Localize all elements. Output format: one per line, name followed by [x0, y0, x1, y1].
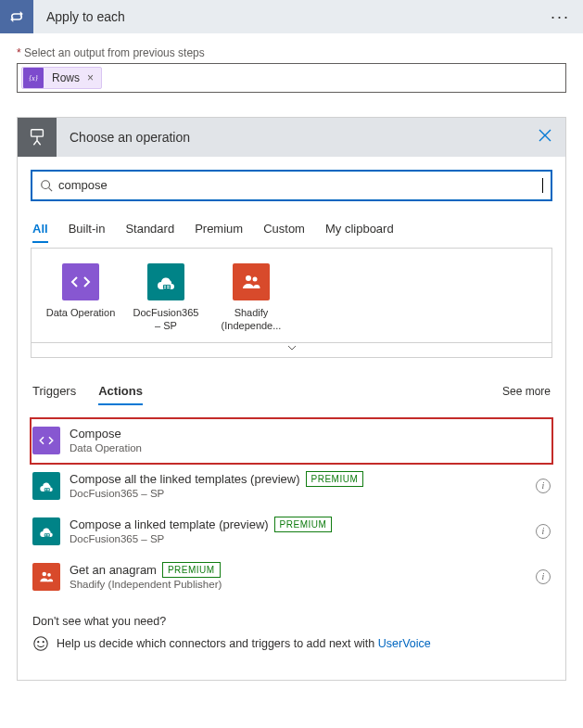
connector-icon: [62, 263, 99, 300]
svg-rect-10: [44, 488, 50, 492]
action-icon: [32, 427, 60, 454]
action-subtitle: Data Operation: [70, 441, 551, 456]
actions-list: ComposeData OperationCompose all the lin…: [31, 418, 552, 600]
remove-token-button[interactable]: ×: [85, 71, 101, 84]
action-title: Compose a linked template (preview)PREMI…: [70, 517, 528, 533]
action-get-an-anagram[interactable]: Get an anagramPREMIUMShadify (Independen…: [31, 555, 552, 600]
action-compose-all-the-linked-templates-preview-[interactable]: Compose all the linked templates (previe…: [31, 464, 552, 509]
output-label: Select an output from previous steps: [17, 46, 566, 59]
action-icon: [32, 472, 60, 500]
more-options-button[interactable]: ···: [538, 7, 583, 27]
connector-name: Data Operation: [44, 306, 117, 319]
sub-tab-triggers[interactable]: Triggers: [32, 378, 76, 405]
action-title: Get an anagramPREMIUM: [70, 562, 528, 579]
uservoice-link[interactable]: UserVoice: [378, 637, 431, 650]
svg-rect-5: [167, 286, 170, 287]
search-value: compose: [58, 178, 543, 193]
svg-point-20: [43, 572, 47, 577]
connector-docfusion365-sp[interactable]: DocFusion365 – SP: [130, 263, 202, 333]
action-compose-a-linked-template-preview-[interactable]: Compose a linked template (preview)PREMI…: [31, 509, 552, 555]
action-subtitle: DocFusion365 – SP: [70, 487, 528, 502]
category-tab-all[interactable]: All: [32, 216, 48, 243]
action-text: ComposeData Operation: [60, 426, 551, 456]
action-text: Compose a linked template (preview)PREMI…: [60, 517, 528, 547]
svg-rect-19: [47, 536, 49, 537]
token-label: Rows: [44, 71, 85, 84]
loop-icon: [0, 0, 33, 33]
header-title: Apply to each: [33, 9, 538, 24]
connector-shadify-independe-[interactable]: Shadify (Independe...: [215, 263, 287, 333]
action-title: Compose all the linked templates (previe…: [70, 471, 528, 488]
premium-badge: PREMIUM: [306, 471, 364, 488]
sub-tab-actions[interactable]: Actions: [98, 378, 143, 405]
svg-point-22: [34, 637, 47, 650]
search-icon: [40, 179, 53, 192]
smiley-icon: [32, 635, 49, 652]
svg-rect-1: [32, 130, 44, 136]
svg-text:{x}: {x}: [29, 74, 37, 83]
connectors-grid: Data OperationDocFusion365 – SPShadify (…: [31, 248, 552, 343]
footer-help-text: Help us decide which connectors and trig…: [57, 637, 378, 650]
svg-rect-12: [47, 489, 49, 490]
close-button[interactable]: [525, 128, 565, 147]
svg-rect-4: [164, 286, 166, 287]
sub-tabs: TriggersActions See more: [31, 378, 552, 405]
search-input[interactable]: compose: [31, 170, 552, 201]
category-tabs: AllBuilt-inStandardPremiumCustomMy clipb…: [31, 216, 552, 244]
premium-badge: PREMIUM: [162, 562, 221, 579]
action-icon: [32, 563, 60, 591]
connector-data-operation[interactable]: Data Operation: [44, 263, 117, 333]
svg-rect-16: [45, 534, 47, 535]
svg-point-21: [47, 573, 51, 577]
info-icon[interactable]: i: [536, 479, 551, 493]
choose-operation-panel: Choose an operation compose AllBuilt-inS…: [17, 117, 566, 681]
category-tab-premium[interactable]: Premium: [195, 216, 243, 243]
svg-rect-18: [45, 536, 47, 537]
svg-point-8: [246, 275, 251, 281]
action-text: Get an anagramPREMIUMShadify (Independen…: [60, 562, 528, 593]
action-text: Compose all the linked templates (previe…: [60, 471, 528, 502]
category-tab-built-in[interactable]: Built-in: [69, 216, 106, 243]
apply-to-each-header: Apply to each ···: [0, 0, 583, 33]
svg-rect-14: [47, 491, 49, 492]
token-rows[interactable]: {x} Rows ×: [21, 67, 102, 89]
connector-name: DocFusion365 – SP: [130, 306, 202, 333]
operation-body: compose AllBuilt-inStandardPremiumCustom…: [18, 157, 565, 680]
svg-rect-11: [45, 489, 47, 490]
footer-note: Don't see what you need? Help us decide …: [31, 615, 552, 671]
svg-rect-6: [164, 287, 166, 288]
output-input[interactable]: {x} Rows ×: [17, 63, 566, 93]
category-tab-custom[interactable]: Custom: [263, 216, 305, 243]
variable-icon: {x}: [23, 68, 44, 88]
action-compose[interactable]: ComposeData Operation: [31, 418, 552, 464]
info-icon[interactable]: i: [536, 569, 551, 584]
action-subtitle: DocFusion365 – SP: [70, 532, 528, 547]
connector-name: Shadify (Independe...: [215, 306, 287, 333]
category-tab-standard[interactable]: Standard: [125, 216, 174, 243]
operation-header: Choose an operation: [18, 118, 565, 157]
svg-point-9: [253, 277, 258, 282]
action-title: Compose: [70, 426, 551, 442]
action-subtitle: Shadify (Independent Publisher): [70, 578, 528, 593]
action-icon: [32, 517, 60, 545]
svg-point-24: [43, 642, 44, 643]
svg-rect-7: [167, 287, 170, 288]
connector-icon: [147, 263, 184, 300]
info-icon[interactable]: i: [536, 524, 551, 539]
svg-point-2: [42, 181, 50, 189]
svg-rect-3: [163, 285, 171, 289]
svg-rect-17: [47, 534, 49, 535]
premium-badge: PREMIUM: [274, 517, 333, 533]
connector-icon: [233, 263, 270, 300]
svg-rect-15: [44, 534, 50, 538]
output-section: Select an output from previous steps {x}…: [0, 33, 583, 93]
svg-point-23: [38, 642, 39, 643]
category-tab-my-clipboard[interactable]: My clipboard: [325, 216, 394, 243]
footer-help: Help us decide which connectors and trig…: [32, 635, 551, 652]
svg-rect-13: [45, 491, 47, 492]
operation-icon: [18, 118, 57, 157]
footer-question: Don't see what you need?: [32, 615, 551, 628]
see-more-link[interactable]: See more: [502, 385, 551, 398]
operation-title: Choose an operation: [57, 130, 525, 145]
collapse-toggle[interactable]: [31, 343, 552, 358]
